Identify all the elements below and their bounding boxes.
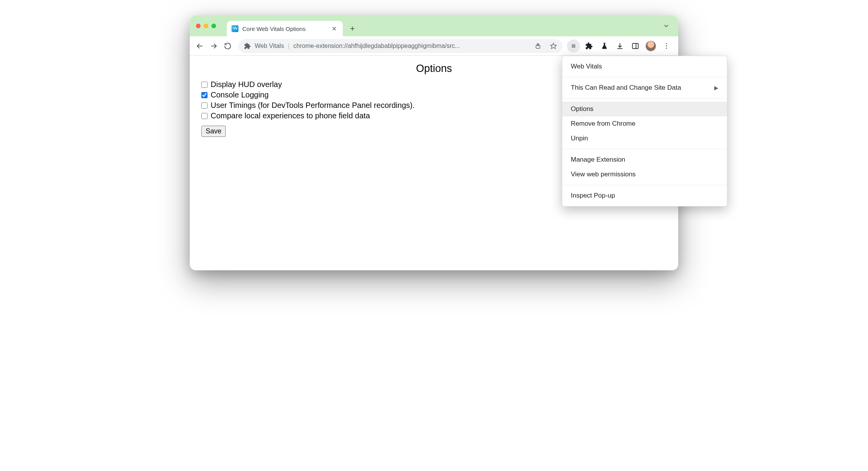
extensions-puzzle-icon[interactable]	[582, 39, 596, 53]
menu-inspect-label: Inspect Pop-up	[571, 192, 615, 200]
svg-rect-7	[572, 44, 575, 48]
chrome-menu-button[interactable]	[660, 39, 673, 53]
tab-close-button[interactable]: ✕	[330, 24, 338, 33]
browser-tab[interactable]: Core Web Vitals Options ✕	[227, 21, 343, 36]
menu-inspect[interactable]: Inspect Pop-up	[562, 188, 727, 203]
menu-permissions-label: View web permissions	[571, 171, 636, 178]
share-icon[interactable]	[532, 40, 544, 52]
menu-permissions[interactable]: View web permissions	[562, 167, 727, 182]
toolbar: Web Vitals | chrome-extension://ahfhijdl…	[190, 36, 678, 56]
profile-avatar[interactable]	[644, 39, 657, 53]
menu-remove-label: Remove from Chrome	[571, 120, 635, 128]
downloads-icon[interactable]	[613, 39, 626, 53]
menu-manage-label: Manage Extension	[571, 156, 625, 164]
omnibox-site-name: Web Vitals	[255, 43, 284, 49]
menu-header: Web Vitals	[562, 59, 727, 74]
vertical-dots-icon	[666, 43, 667, 49]
back-button[interactable]	[194, 40, 206, 52]
svg-marker-6	[551, 43, 557, 48]
browser-window: Core Web Vitals Options ✕ Web Vitals | c…	[190, 15, 678, 270]
side-panel-icon[interactable]	[629, 39, 642, 53]
option-hud-label: Display HUD overlay	[211, 80, 282, 89]
extension-context-menu: Web Vitals This Can Read and Change Site…	[562, 56, 727, 206]
new-tab-button[interactable]	[347, 23, 358, 34]
tab-list-chevron-icon[interactable]	[659, 20, 674, 32]
option-hud-checkbox[interactable]	[201, 82, 208, 88]
option-console-checkbox[interactable]	[201, 92, 208, 98]
tab-favicon	[231, 25, 238, 32]
toolbar-actions	[567, 39, 674, 53]
tab-title: Core Web Vitals Options	[242, 26, 326, 32]
address-bar[interactable]: Web Vitals | chrome-extension://ahfhijdl…	[238, 39, 562, 53]
option-compare-label: Compare local experiences to phone field…	[211, 111, 370, 120]
omnibox-separator: |	[288, 43, 289, 49]
svg-rect-10	[633, 43, 638, 48]
window-minimize-button[interactable]	[204, 24, 208, 28]
reload-button[interactable]	[221, 40, 234, 52]
menu-remove[interactable]: Remove from Chrome	[562, 116, 727, 131]
option-console-label: Console Logging	[211, 90, 269, 99]
menu-site-data[interactable]: This Can Read and Change Site Data ▶	[562, 80, 727, 95]
save-button[interactable]: Save	[201, 126, 226, 137]
tab-strip: Core Web Vitals Options ✕	[190, 15, 678, 36]
menu-options[interactable]: Options	[562, 102, 727, 116]
menu-site-data-label: This Can Read and Change Site Data	[571, 84, 681, 92]
omnibox-url: chrome-extension://ahfhijdlegdabablpippe…	[293, 43, 528, 49]
avatar-icon	[645, 41, 656, 51]
menu-unpin-label: Unpin	[571, 135, 588, 142]
option-compare-checkbox[interactable]	[201, 113, 208, 119]
submenu-arrow-icon: ▶	[714, 85, 718, 91]
menu-options-label: Options	[571, 105, 594, 113]
menu-unpin[interactable]: Unpin	[562, 131, 727, 146]
menu-manage[interactable]: Manage Extension	[562, 152, 727, 167]
window-maximize-button[interactable]	[211, 24, 216, 28]
option-timings-checkbox[interactable]	[201, 102, 208, 109]
extension-square-icon[interactable]	[567, 39, 580, 53]
option-timings-label: User Timings (for DevTools Performance P…	[211, 101, 415, 110]
forward-button[interactable]	[208, 40, 220, 52]
extension-icon	[244, 43, 251, 49]
bookmark-star-icon[interactable]	[548, 40, 559, 52]
window-close-button[interactable]	[196, 24, 201, 28]
experiments-flask-icon[interactable]	[598, 39, 611, 53]
menu-header-label: Web Vitals	[571, 63, 602, 70]
window-controls	[194, 15, 219, 36]
